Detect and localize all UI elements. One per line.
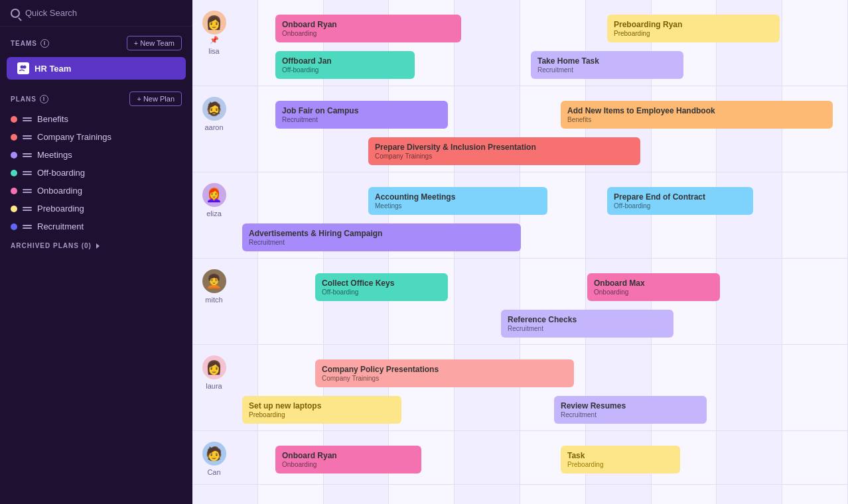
avatar-can[interactable]: 🧑 <box>202 442 226 466</box>
teams-info-icon[interactable]: i <box>40 39 49 48</box>
task-bar-1[interactable]: Add New Items to Employee HandbookBenefi… <box>561 101 833 129</box>
plan-dot <box>11 188 17 194</box>
task-bar-can-1[interactable]: Onboard RyanOnboarding <box>275 446 421 473</box>
task-bar-1[interactable]: Set up new laptopsPreboarding <box>242 396 401 424</box>
avatar-eliza[interactable]: 👩‍🦰 <box>202 183 226 207</box>
person-avatar-col-mitch: 🧑‍🦱mitch <box>192 267 236 304</box>
task-bar-1[interactable]: Onboard MaxOnboarding <box>587 273 720 301</box>
new-plan-button[interactable]: + New Plan <box>129 92 182 106</box>
hr-team-label: HR Team <box>35 64 71 74</box>
task-title-1: Add New Items to Employee Handbook <box>567 106 826 115</box>
tasks-area-laura: Company Policy PresentationsCompany Trai… <box>236 353 848 422</box>
task-subtitle-1: Preboarding <box>614 30 773 37</box>
task-title-2: Prepare Diversity & Inclusion Presentati… <box>375 143 634 152</box>
person-row-aaron: 🧔aaronJob Fair on CampusRecruitmentAdd N… <box>192 86 848 172</box>
task-title-0: Accounting Meetings <box>375 192 541 202</box>
sidebar-item-onboarding[interactable]: Onboarding <box>0 182 192 200</box>
person-name-can: Can <box>207 468 220 476</box>
sidebar-item-hr-team[interactable]: HR Team <box>7 57 186 80</box>
sidebar-item-meetings[interactable]: Meetings <box>0 146 192 164</box>
person-avatar-col-aaron: 🧔aaron <box>192 94 236 131</box>
task-bar-0[interactable]: Collect Office KeysOff-boarding <box>315 273 448 301</box>
person-row-eliza: 👩‍🦰elizaAccounting MeetingsMeetingsPrepa… <box>192 172 848 259</box>
plan-dot <box>11 134 17 141</box>
plan-lines-icon <box>23 135 32 139</box>
person-row-can: 🧑CanOnboard RyanOnboardingTaskPreboardin… <box>192 431 848 485</box>
person-name-aaron: aaron <box>204 123 223 131</box>
avatar-mitch[interactable]: 🧑‍🦱 <box>202 269 226 293</box>
task-bar-3[interactable]: Take Home TaskRecruitment <box>531 51 683 79</box>
task-bar-2[interactable]: Prepare Diversity & Inclusion Presentati… <box>368 137 640 165</box>
avatar-aaron[interactable]: 🧔 <box>202 97 226 121</box>
task-subtitle-can-2: Preboarding <box>567 461 673 468</box>
task-subtitle-2: Off-boarding <box>282 66 408 74</box>
task-subtitle-2: Recruitment <box>249 239 514 246</box>
person-row-lisa: 👩📌lisaOnboard RyanOnboardingPreboarding … <box>192 0 848 86</box>
plan-lines-icon <box>23 171 32 175</box>
task-subtitle-0: Meetings <box>375 202 541 210</box>
people-area: 👩📌lisaOnboard RyanOnboardingPreboarding … <box>192 0 848 504</box>
plan-label: Onboarding <box>37 186 82 196</box>
plan-dot <box>11 223 17 230</box>
tasks-area-can: Onboard RyanOnboardingTaskPreboarding <box>236 439 848 476</box>
plans-info-icon[interactable]: i <box>40 95 48 103</box>
avatar-laura[interactable]: 👩 <box>202 355 226 379</box>
person-avatar-col-laura: 👩laura <box>192 353 236 390</box>
person-name-laura: laura <box>206 382 222 390</box>
task-bar-0[interactable]: Onboard RyanOnboarding <box>275 15 461 42</box>
plan-label: Benefits <box>37 114 68 124</box>
sidebar-item-company-trainings[interactable]: Company Trainings <box>0 128 192 146</box>
archived-label: ARCHIVED PLANS (0) <box>11 242 92 249</box>
main-timeline: 👩📌lisaOnboard RyanOnboardingPreboarding … <box>192 0 848 504</box>
plan-label: Preboarding <box>37 204 84 214</box>
task-bar-0[interactable]: Accounting MeetingsMeetings <box>368 187 547 215</box>
task-bar-1[interactable]: Prepare End of ContractOff-boarding <box>607 187 753 215</box>
task-subtitle-2: Recruitment <box>561 411 700 418</box>
task-bar-2[interactable]: Reference ChecksRecruitment <box>501 310 673 338</box>
plans-title: PLANS i <box>11 95 48 103</box>
task-bar-2[interactable]: Advertisements & Hiring CampaignRecruitm… <box>242 223 521 251</box>
sidebar: Quick Search TEAMS i + New Team HR Team … <box>0 0 192 504</box>
plan-list: Benefits Company Trainings Meetings Off-… <box>0 110 192 235</box>
person-avatar-col-can: 🧑Can <box>192 439 236 476</box>
pin-icon: 📌 <box>210 36 219 44</box>
task-bar-0[interactable]: Job Fair on CampusRecruitment <box>275 101 448 129</box>
plan-lines-icon <box>23 153 32 157</box>
task-subtitle-1: Off-boarding <box>614 202 746 210</box>
plan-lines-icon <box>23 225 32 229</box>
task-bar-can-2[interactable]: TaskPreboarding <box>561 446 680 473</box>
task-title-can-2: Task <box>567 451 673 460</box>
task-title-3: Take Home Task <box>537 56 677 66</box>
task-bar-2[interactable]: Offboard JanOff-boarding <box>275 51 415 79</box>
person-avatar-col-eliza: 👩‍🦰eliza <box>192 180 236 218</box>
search-bar[interactable]: Quick Search <box>0 0 192 27</box>
person-row-laura: 👩lauraCompany Policy PresentationsCompan… <box>192 345 848 431</box>
task-bar-0[interactable]: Company Policy PresentationsCompany Trai… <box>315 359 574 387</box>
task-subtitle-0: Company Trainings <box>322 375 567 382</box>
archived-plans[interactable]: ARCHIVED PLANS (0) <box>0 235 192 256</box>
teams-title: TEAMS i <box>11 39 49 48</box>
sidebar-item-off-boarding[interactable]: Off-boarding <box>0 164 192 182</box>
timeline-grid: 👩📌lisaOnboard RyanOnboardingPreboarding … <box>192 0 848 504</box>
task-bar-1[interactable]: Preboarding RyanPreboarding <box>607 15 780 42</box>
sidebar-item-preboarding[interactable]: Preboarding <box>0 200 192 218</box>
plan-label: Off-boarding <box>37 168 85 178</box>
sidebar-item-recruitment[interactable]: Recruitment <box>0 218 192 235</box>
person-row-mitch: 🧑‍🦱mitchCollect Office KeysOff-boardingO… <box>192 259 848 345</box>
avatar-lisa[interactable]: 👩 <box>202 11 226 34</box>
task-subtitle-1: Benefits <box>567 116 826 123</box>
teams-section-header: TEAMS i + New Team <box>0 27 192 54</box>
person-name-mitch: mitch <box>205 296 222 304</box>
task-title-2: Reference Checks <box>508 315 667 324</box>
sidebar-item-benefits[interactable]: Benefits <box>0 110 192 128</box>
plan-dot <box>11 170 17 176</box>
new-team-button[interactable]: + New Team <box>127 36 182 50</box>
task-title-can-1: Onboard Ryan <box>282 451 415 460</box>
task-subtitle-2: Company Trainings <box>375 153 634 160</box>
task-title-0: Onboard Ryan <box>282 20 455 29</box>
person-avatar-col-lisa: 👩📌lisa <box>192 8 236 55</box>
task-bar-2[interactable]: Review ResumesRecruitment <box>554 396 707 424</box>
task-subtitle-0: Recruitment <box>282 116 441 123</box>
tasks-area-eliza: Accounting MeetingsMeetingsPrepare End o… <box>236 180 848 250</box>
task-subtitle-0: Off-boarding <box>322 288 441 296</box>
